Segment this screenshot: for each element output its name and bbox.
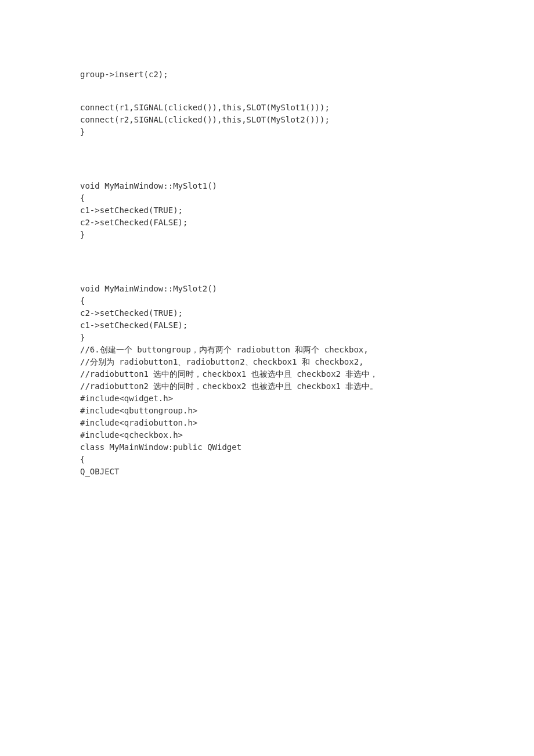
code-line: //分别为 radiobutton1、radiobutton2、checkbox… [80,356,454,368]
code-line: c1->setChecked(TRUE); [80,204,454,217]
blank-line [80,241,454,262]
code-line: { [80,453,454,466]
code-line: } [80,229,454,241]
code-line: #include<qwidget.h> [80,393,454,405]
code-line: } [80,332,454,344]
blank-line [80,159,454,180]
blank-line [80,81,454,102]
code-line: { [80,295,454,307]
code-line: connect(r2,SIGNAL(clicked()),this,SLOT(M… [80,114,454,126]
code-line: group->insert(c2); [80,69,454,81]
code-block: group->insert(c2);connect(r1,SIGNAL(clic… [80,69,454,478]
code-line: class MyMainWindow:public QWidget [80,441,454,453]
code-line: #include<qcheckbox.h> [80,429,454,441]
code-line: connect(r1,SIGNAL(clicked()),this,SLOT(M… [80,102,454,114]
code-line: //radiobutton2 选中的同时，checkbox2 也被选中且 che… [80,380,454,393]
code-line: Q_OBJECT [80,466,454,478]
code-line: //6.创建一个 buttongroup，内有两个 radiobutton 和两… [80,344,454,356]
code-line: { [80,192,454,204]
code-line: } [80,126,454,138]
code-line: c2->setChecked(TRUE); [80,307,454,319]
code-line: //radiobutton1 选中的同时，checkbox1 也被选中且 che… [80,368,454,380]
code-line: void MyMainWindow::MySlot1() [80,180,454,192]
blank-line [80,138,454,159]
code-document: group->insert(c2);connect(r1,SIGNAL(clic… [0,0,534,536]
blank-line [80,262,454,283]
code-line: c2->setChecked(FALSE); [80,217,454,229]
code-line: #include<qbuttongroup.h> [80,405,454,417]
code-line: void MyMainWindow::MySlot2() [80,283,454,295]
code-line: c1->setChecked(FALSE); [80,319,454,332]
code-line: #include<qradiobutton.h> [80,417,454,429]
